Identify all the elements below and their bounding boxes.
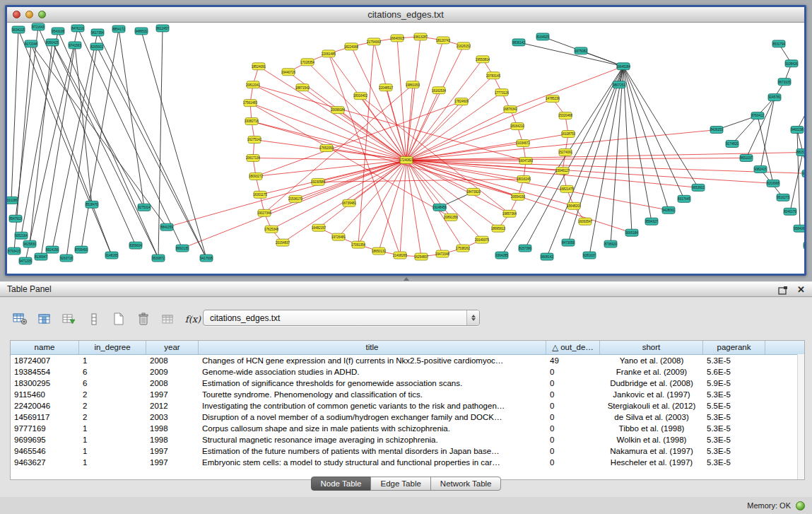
graph-node[interactable]: 8157396 <box>519 245 531 252</box>
graph-node[interactable]: 9172048 <box>25 40 37 47</box>
cell-out_degree[interactable]: 0 <box>546 434 600 445</box>
cell-in_degree[interactable]: 1 <box>79 423 146 434</box>
graph-node[interactable]: 21626152 <box>457 42 471 49</box>
cell-in_degree[interactable]: 2 <box>79 400 146 411</box>
graph-node[interactable]: 14785236 <box>546 95 560 103</box>
graph-node[interactable]: 8736920 <box>604 240 617 247</box>
graph-edge[interactable] <box>119 29 144 207</box>
column-header-in_degree[interactable]: in_degree <box>79 341 146 354</box>
rows-button[interactable] <box>86 311 102 327</box>
column-header-pagerank[interactable]: pagerank <box>703 341 765 354</box>
graph-node[interactable]: 8721643 <box>32 23 45 30</box>
graph-node[interactable]: 9417608 <box>200 255 213 262</box>
graph-node[interactable]: 9460238 <box>791 127 804 134</box>
graph-node[interactable]: 8594327 <box>645 218 658 225</box>
graph-edge[interactable] <box>406 160 563 170</box>
cell-in_degree[interactable]: 6 <box>79 366 146 378</box>
cell-pagerank[interactable]: 5.3E-5 <box>703 445 765 457</box>
table-row[interactable]: 2242004622012Investigating the contribut… <box>11 400 804 411</box>
cell-out_degree[interactable]: 0 <box>546 411 600 423</box>
delete-table-button[interactable] <box>135 311 152 327</box>
graph-edge[interactable] <box>406 160 421 257</box>
cell-title[interactable]: Estimation of significance thresholds fo… <box>199 378 546 389</box>
column-header-title[interactable]: title <box>199 341 546 354</box>
cell-title[interactable]: Corpus callosum shape and size in male p… <box>199 423 546 434</box>
graph-edge[interactable] <box>568 66 623 243</box>
cell-pagerank[interactable]: 5.9E-5 <box>703 378 765 389</box>
cell-name[interactable]: 18300295 <box>11 378 79 389</box>
table-row[interactable]: 1872400712008Changes of HCN gene express… <box>11 355 804 366</box>
cell-short[interactable]: Stergiakouli et al. (2012) <box>600 400 703 411</box>
cell-name[interactable]: 9463627 <box>11 457 79 468</box>
graph-node[interactable]: 19148456 <box>433 204 447 211</box>
cell-title[interactable]: Changes of HCN gene expression and I(f) … <box>199 355 546 366</box>
network-canvas[interactable]: 1724082118524091208120411756148319382716… <box>7 23 804 274</box>
graph-edge[interactable] <box>98 33 206 258</box>
graph-node[interactable]: 20099184 <box>331 107 345 114</box>
graph-node[interactable]: 9065184 <box>625 229 638 236</box>
graph-edge[interactable] <box>758 116 773 184</box>
graph-node[interactable]: 21408265 <box>393 252 407 259</box>
cell-name[interactable]: 18724007 <box>11 355 79 366</box>
float-panel-icon[interactable] <box>778 285 789 294</box>
cell-in_degree[interactable]: 1 <box>79 434 146 445</box>
graph-node[interactable]: 9608142 <box>541 253 553 260</box>
graph-node[interactable]: 9174820 <box>726 141 739 148</box>
graph-node[interactable]: 18871542 <box>295 84 310 91</box>
cell-pagerank[interactable]: 5.3E-5 <box>703 457 765 468</box>
cell-title[interactable]: Disruption of a novel member of a sodium… <box>199 411 546 423</box>
graph-edge[interactable] <box>58 31 158 258</box>
cell-name[interactable]: 9115460 <box>11 389 79 400</box>
graph-node[interactable]: 8136947 <box>35 253 47 260</box>
graph-edge[interactable] <box>360 96 510 214</box>
graph-node[interactable]: 19440726 <box>281 69 295 76</box>
graph-node[interactable]: 17625348 <box>264 226 278 233</box>
graph-node[interactable]: 9471205 <box>19 257 32 264</box>
graph-node[interactable]: 9108426 <box>785 60 798 67</box>
graph-node[interactable]: 8705493 <box>75 246 88 253</box>
graph-node[interactable]: 16876342 <box>503 106 517 113</box>
graph-node[interactable]: 8651037 <box>740 154 753 161</box>
graph-node[interactable]: 8203968 <box>767 180 779 187</box>
graph-node[interactable]: 20149375 <box>475 236 489 243</box>
graph-node[interactable]: 8518470 <box>86 201 98 208</box>
graph-edge[interactable] <box>38 27 136 245</box>
graph-node[interactable]: 9364285 <box>495 252 508 259</box>
cell-name[interactable]: 9777169 <box>11 423 79 434</box>
column-header-name[interactable]: name <box>11 341 79 354</box>
cell-out_degree[interactable]: 49 <box>546 355 600 366</box>
graph-node[interactable]: 17091354 <box>351 241 365 248</box>
graph-node[interactable]: 9034215 <box>12 26 25 33</box>
cell-out_degree[interactable]: 0 <box>546 457 600 468</box>
table-row[interactable]: 1830029562008Estimation of significance … <box>11 378 804 389</box>
graph-node[interactable]: 9281637 <box>583 252 596 259</box>
graph-edge[interactable] <box>264 160 406 213</box>
close-window-button[interactable] <box>13 11 20 18</box>
cell-year[interactable]: 2012 <box>146 400 199 411</box>
tab-node-table[interactable]: Node Table <box>311 477 372 491</box>
table-chooser-dropdown[interactable]: citations_edges.txt <box>203 310 480 326</box>
cell-out_degree[interactable]: 0 <box>546 423 600 434</box>
column-header-out_degree[interactable]: △ out_de… <box>546 341 600 354</box>
graph-edge[interactable] <box>797 100 804 130</box>
cell-out_degree[interactable]: 0 <box>546 366 600 378</box>
graph-node[interactable]: 9275314 <box>138 204 151 211</box>
graph-node[interactable]: 19613287 <box>413 33 428 40</box>
cell-year[interactable]: 1997 <box>146 445 199 457</box>
graph-node[interactable]: 9382415 <box>754 165 767 173</box>
graph-node[interactable]: 20154837 <box>276 239 290 246</box>
column-header-year[interactable]: year <box>146 341 199 354</box>
graph-node[interactable]: 21754063 <box>367 38 381 45</box>
graph-edge[interactable] <box>141 31 206 258</box>
cell-short[interactable]: Tibbo et al. (1998) <box>600 423 703 434</box>
network-window-titlebar[interactable]: citations_edges.txt <box>7 7 804 23</box>
graph-edge[interactable] <box>406 59 483 160</box>
cell-short[interactable]: Jankovic et al. (1997) <box>600 389 703 400</box>
graph-hub-node[interactable]: 17240821 <box>399 156 413 163</box>
graph-node[interactable]: 19726481 <box>331 233 346 240</box>
cell-title[interactable]: Embryonic stem cells: a model to study s… <box>199 457 546 468</box>
graph-node[interactable]: 18120743 <box>436 37 450 44</box>
graph-edge[interactable] <box>358 160 406 245</box>
graph-node[interactable]: 15320468 <box>558 112 572 119</box>
graph-node[interactable]: 19857364 <box>502 210 517 217</box>
